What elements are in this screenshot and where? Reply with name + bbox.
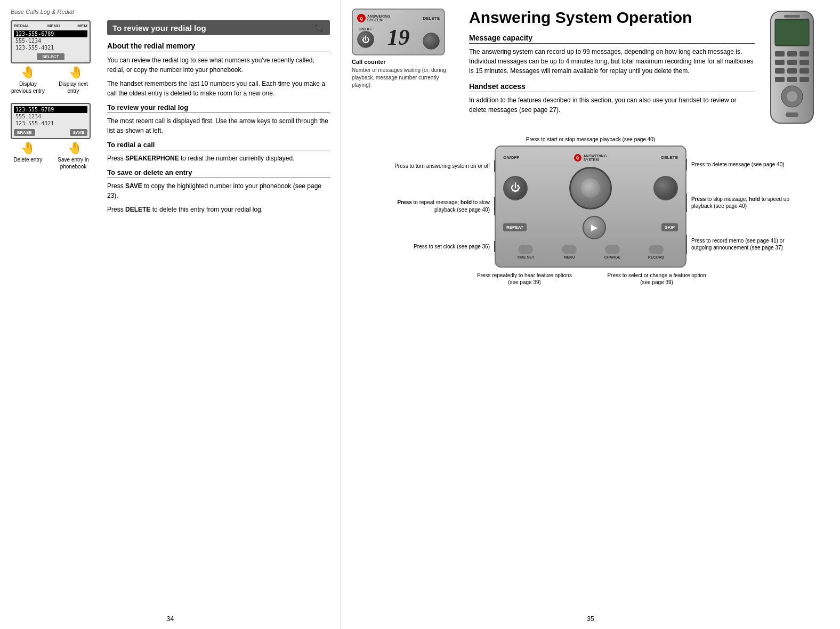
left-annotation-2: Press to repeat message; hold to slow pl…: [380, 197, 495, 215]
svg-rect-2: [784, 15, 800, 18]
svg-rect-17: [786, 112, 798, 117]
call-counter-label: Call counter: [352, 59, 458, 65]
message-capacity-heading: Message capacity: [469, 34, 755, 44]
section-title-box: To review your redial log 📞: [107, 20, 330, 35]
delete-hand-icon: 🤚: [21, 141, 35, 155]
left-hand-icon: 🤚: [21, 66, 35, 79]
handset-illustration: [765, 9, 819, 126]
bottom-annotation-left: Press repeatedly to hear feature options…: [471, 272, 578, 286]
time-set-label-panel: TIME SET: [517, 255, 534, 259]
phone-list-item-2-2: 555-1234: [14, 113, 87, 120]
right-hand-icon: 🤚: [69, 66, 83, 79]
svg-rect-7: [787, 60, 797, 65]
svg-rect-6: [775, 60, 785, 65]
record-label-panel: RECORD: [648, 255, 664, 259]
counter-device: Q ANSWERINGSYSTEM DELETE ON/OFF ⏻ 19: [352, 9, 445, 55]
save-para: Press SAVE to copy the highlighted numbe…: [107, 181, 330, 200]
play-stop-button[interactable]: ▶: [583, 216, 606, 239]
answering-panel-device: ON/OFF Q ANSWERINGSYSTEM DELETE ⏻: [495, 146, 686, 268]
record-button[interactable]: [649, 245, 664, 254]
page-title-right: Answering System Operation: [469, 9, 755, 26]
svg-rect-11: [799, 68, 809, 74]
svg-rect-10: [787, 68, 797, 74]
select-button[interactable]: SELECT: [37, 53, 64, 60]
about-para-2: The handset remembers the last 10 number…: [107, 79, 330, 98]
delete-button-device[interactable]: [423, 33, 440, 50]
panel-logo-text: ANSWERINGSYSTEM: [584, 154, 607, 162]
menu-button[interactable]: [562, 245, 577, 254]
panel-delete-button[interactable]: [653, 176, 678, 200]
about-para-1: You can review the redial log to see wha…: [107, 55, 330, 75]
redial-heading: To redial a call: [107, 141, 330, 150]
delete-entry-label: Delete entry: [14, 156, 43, 163]
mem-label: MEM: [77, 23, 87, 28]
handset-access-text: In addition to the features described in…: [469, 95, 755, 115]
bottom-annotation-right: Press to select or change a feature opti…: [603, 272, 710, 286]
save-button[interactable]: SAVE: [70, 129, 87, 136]
call-counter-desc: Number of messages waiting (or, during p…: [352, 67, 458, 89]
phone-list-item-2-3: 123-555-4321: [14, 120, 87, 127]
repeat-button[interactable]: REPEAT: [503, 223, 527, 231]
right-page-number: 35: [587, 615, 594, 623]
redial-para: Press SPEAKERPHONE to redial the number …: [107, 154, 330, 163]
on-off-label-panel: ON/OFF: [503, 155, 519, 160]
ql-logo-panel: Q: [574, 154, 581, 162]
svg-rect-5: [799, 51, 809, 57]
handset-access-heading: Handset access: [469, 82, 755, 92]
phone-icon: 📞: [314, 23, 325, 33]
phone-list-item-2: 555-1234: [14, 37, 87, 44]
phone-list-item-2-1: 123-555-6789: [14, 106, 87, 113]
time-set-button[interactable]: [518, 245, 533, 254]
delete-para: Press DELETE to delete this entry from y…: [107, 205, 330, 214]
page-header: Base Calls Log & Redial: [11, 9, 330, 15]
left-page-number: 34: [167, 615, 174, 623]
svg-point-16: [787, 91, 797, 102]
svg-rect-14: [799, 77, 809, 82]
change-button[interactable]: [605, 245, 620, 254]
left-annotation-1: Press to turn answering system on or off: [380, 160, 495, 172]
phone-diagram-2: 123-555-6789 555-1234 123-555-4321 ERASE…: [11, 103, 99, 139]
svg-rect-4: [787, 51, 797, 57]
on-off-label-device: ON/OFF: [359, 27, 373, 31]
left-annotation-3: Press to set clock (see page 36): [380, 241, 495, 253]
right-annotation-1: Press to delete message (see page 40): [686, 159, 801, 171]
delete-label-panel: DELETE: [661, 155, 678, 160]
save-hand-icon: 🤚: [68, 141, 82, 155]
panel-on-off-button[interactable]: ⏻: [503, 176, 528, 200]
message-capacity-text: The answering system can record up to 99…: [469, 47, 755, 76]
svg-rect-12: [775, 77, 785, 82]
review-para: The most recent call is displayed first.…: [107, 116, 330, 135]
panel-diagram-area: Press to start or stop message playback …: [352, 136, 829, 286]
menu-label: MENU: [47, 23, 60, 28]
redial-label: REDIAL: [14, 23, 30, 28]
menu-label-panel: MENU: [564, 255, 575, 259]
erase-button[interactable]: ERASE: [14, 129, 35, 136]
right-annotation-3: Press to record memo (see page 41) or ou…: [686, 235, 801, 254]
svg-rect-9: [775, 68, 785, 74]
answering-system-logo-text: ANSWERINGSYSTEM: [367, 14, 391, 22]
display-previous-label: Display previous entry: [11, 80, 45, 94]
save-entry-label: Save entry in phonebook: [56, 156, 91, 170]
svg-rect-1: [775, 19, 809, 46]
counter-number-display: 19: [387, 25, 410, 50]
skip-button[interactable]: SKIP: [661, 223, 678, 231]
svg-rect-8: [799, 60, 809, 65]
ql-logo-icon: Q: [357, 14, 366, 22]
change-label-panel: CHANGE: [604, 255, 620, 259]
phone-list-item-1: 123-555-6789: [14, 30, 87, 37]
on-off-button-device[interactable]: ⏻: [357, 31, 374, 48]
phone-diagram-1: REDIAL MENU MEM 123-555-6789 555-1234 12…: [11, 20, 99, 63]
svg-rect-13: [787, 77, 797, 82]
delete-label-device: DELETE: [423, 16, 440, 21]
phone-list-item-3: 123-555-4321: [14, 44, 87, 51]
display-next-label: Display next entry: [56, 80, 91, 94]
about-heading: About the redial memory: [107, 42, 330, 52]
save-delete-heading: To save or delete an entry: [107, 168, 330, 178]
right-annotation-2: Press to skip message; hold to speed up …: [686, 193, 801, 212]
phone-screen-1: REDIAL MENU MEM 123-555-6789 555-1234 12…: [11, 20, 91, 63]
review-heading: To review your redial log: [107, 103, 330, 113]
phone-screen-2: 123-555-6789 555-1234 123-555-4321 ERASE…: [11, 103, 91, 139]
svg-rect-3: [775, 51, 785, 57]
top-annotation: Press to start or stop message playback …: [352, 136, 829, 143]
